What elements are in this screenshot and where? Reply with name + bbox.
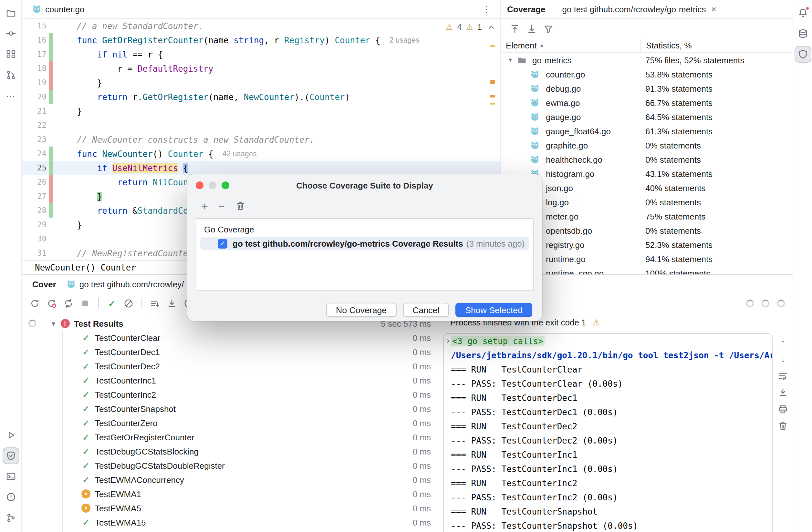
coverage-shield-tool-button[interactable]: [795, 46, 810, 62]
project-folder-tool-button[interactable]: [3, 5, 18, 21]
delete-suite-trash-icon[interactable]: [235, 201, 245, 211]
tab-options-kebab-icon[interactable]: ⋮: [478, 4, 495, 14]
code-line-24[interactable]: 24func NewCounter() Counter {42 usages: [22, 147, 500, 161]
test-row[interactable]: ✓TestCounterInc20 ms: [22, 387, 439, 402]
scrollbar-mark[interactable]: [490, 95, 495, 98]
code-line-18[interactable]: 18 r = DefaultRegistry: [22, 61, 500, 76]
arrow-up-icon[interactable]: ↑: [778, 337, 788, 348]
database-tool-button[interactable]: [795, 26, 810, 41]
coverage-file-row[interactable]: gauge.go64.5% statements: [501, 110, 793, 124]
coverage-file-row[interactable]: opentsdb.go0% statements: [501, 223, 793, 238]
element-column-header[interactable]: Element ▲: [501, 39, 640, 52]
test-row[interactable]: ×TestEWMA10 ms: [22, 487, 439, 501]
console-output[interactable]: ›<3 go setup calls>/Users/jetbrains/sdk/…: [443, 333, 773, 532]
coverage-file-row[interactable]: registry.go52.3% statements: [501, 238, 793, 252]
zoom-window-button[interactable]: [221, 181, 229, 189]
pull-requests-tool-button[interactable]: [3, 67, 18, 83]
code-line-17[interactable]: 17 if nil == r {: [22, 47, 500, 61]
suite-checkbox[interactable]: ✓: [218, 239, 227, 248]
usages-hint[interactable]: 2 usages: [389, 36, 419, 44]
test-row[interactable]: ✓TestCounterDec10 ms: [22, 345, 439, 359]
prev-problem-chevron-icon[interactable]: [487, 22, 497, 32]
navigate-icon[interactable]: [166, 298, 177, 309]
cancel-button[interactable]: Cancel: [403, 303, 449, 317]
chevron-down-icon[interactable]: ▾: [52, 320, 55, 327]
code-line-21[interactable]: 21}: [22, 104, 500, 118]
statistics-column-header[interactable]: Statistics, %: [640, 39, 793, 52]
test-row[interactable]: ✓TestDebugGCStatsBlocking0 ms: [22, 444, 439, 458]
coverage-file-row[interactable]: counter.go53.8% statements: [501, 67, 793, 82]
test-row[interactable]: ✓TestDebugGCStatsDoubleRegister0 ms: [22, 458, 439, 473]
test-row[interactable]: ✓TestCounterClear0 ms: [22, 330, 439, 345]
commit-tool-button[interactable]: [3, 26, 18, 41]
coverage-file-row[interactable]: ewma.go66.7% statements: [501, 95, 793, 110]
test-row[interactable]: ✓TestEWMAConcurrency0 ms: [22, 473, 439, 487]
fold-prompt-icon[interactable]: ›: [446, 336, 450, 345]
coverage-file-row[interactable]: healthcheck.go0% statements: [501, 152, 793, 166]
code-line-20[interactable]: 20 return r.GetOrRegister(name, NewCount…: [22, 90, 500, 104]
arrow-down-icon[interactable]: ↓: [778, 354, 788, 364]
scroll-end-icon[interactable]: [778, 387, 788, 398]
coverage-file-row[interactable]: runtime.go94.1% statements: [501, 252, 793, 266]
scrollbar-mark[interactable]: [490, 80, 495, 84]
structure-tool-button[interactable]: [3, 46, 18, 62]
scrollbar-mark[interactable]: [490, 45, 495, 47]
ignored-icon[interactable]: [124, 298, 134, 309]
run-coverage-tool-button[interactable]: [3, 448, 18, 463]
terminal-tool-button[interactable]: [3, 469, 18, 484]
code-line-19[interactable]: 19 }: [22, 76, 500, 90]
rerun-failed-icon[interactable]: [46, 298, 57, 309]
test-row[interactable]: ✓TestCounterInc10 ms: [22, 373, 439, 387]
trash-icon[interactable]: [778, 421, 788, 431]
rerun-icon[interactable]: [30, 298, 40, 309]
coverage-file-row[interactable]: runtime_cgo.go100% statements: [501, 266, 793, 275]
filter-icon[interactable]: [543, 24, 554, 34]
coverage-file-row[interactable]: debug.go91.3% statements: [501, 82, 793, 95]
problems-tool-button[interactable]: [3, 489, 18, 505]
notifications-tool-button[interactable]: [795, 5, 810, 21]
passed-icon[interactable]: ✓: [106, 298, 117, 309]
close-icon[interactable]: ×: [711, 4, 716, 14]
code-line-16[interactable]: 16func GetOrRegisterCounter(name string,…: [22, 33, 500, 47]
code-line-25[interactable]: 25 if UseNilMetrics {: [22, 161, 500, 175]
test-row[interactable]: ✓TestCounterSnapshot0 ms: [22, 402, 439, 416]
code-line-23[interactable]: 23// NewCounter constructs a new Standar…: [22, 132, 500, 147]
coverage-file-row[interactable]: histogram.go43.1% statements: [501, 166, 793, 181]
coverage-file-row[interactable]: graphite.go0% statements: [501, 138, 793, 152]
remove-suite-button[interactable]: −: [218, 201, 225, 211]
test-row[interactable]: ✓TestCounterDec20 ms: [22, 359, 439, 373]
scrollbar-mark[interactable]: [490, 103, 495, 105]
print-icon[interactable]: [778, 404, 788, 414]
coverage-file-row[interactable]: gauge_float64.go61.3% statements: [501, 124, 793, 138]
code-line-22[interactable]: 22: [22, 118, 500, 132]
chevron-down-icon[interactable]: ▾: [506, 57, 515, 63]
coverage-file-row[interactable]: json.go40% statements: [501, 181, 793, 195]
test-row[interactable]: ✓TestGetOrRegisterCounter0 ms: [22, 430, 439, 444]
coverage-root-row[interactable]: ▾ go-metrics 75% files, 52% statements: [501, 53, 793, 67]
more-tool-button[interactable]: ⋯: [3, 88, 18, 103]
test-row[interactable]: ✓TestEWMA150 ms: [22, 515, 439, 529]
no-coverage-button[interactable]: No Coverage: [326, 303, 396, 317]
show-selected-button[interactable]: Show Selected: [455, 303, 532, 317]
coverage-file-row[interactable]: meter.go75% statements: [501, 209, 793, 223]
coverage-file-row[interactable]: log.go0% statements: [501, 195, 793, 209]
run-config-tab[interactable]: go test github.com/rcrowley/: [67, 279, 184, 289]
expand-up-icon[interactable]: [510, 24, 520, 34]
coverage-suite-row[interactable]: ✓ go test github.com/rcrowley/go-metrics…: [200, 237, 529, 250]
toggle-auto-test-icon[interactable]: [63, 298, 74, 309]
close-window-button[interactable]: [196, 181, 203, 189]
sort-icon[interactable]: [150, 298, 160, 309]
expand-down-icon[interactable]: [526, 24, 537, 34]
code-line-15[interactable]: 15// a new StandardCounter.: [22, 19, 500, 33]
version-control-tool-button[interactable]: [3, 510, 18, 526]
test-row[interactable]: ✓TestCounterZero0 ms: [22, 416, 439, 430]
test-row[interactable]: ×TestEWMA50 ms: [22, 501, 439, 515]
editor-tab-counter-go[interactable]: counter.go: [27, 0, 89, 18]
soft-wrap-icon[interactable]: [778, 371, 788, 381]
coverage-suite-tab[interactable]: go test github.com/rcrowley/go-metrics ×: [562, 4, 716, 14]
run-tool-button[interactable]: [3, 427, 18, 443]
stop-icon[interactable]: [80, 298, 90, 309]
inspections-widget[interactable]: ⚠ 4 ⚠ 1: [443, 21, 500, 33]
usages-hint[interactable]: 42 usages: [222, 150, 257, 158]
add-suite-button[interactable]: +: [202, 201, 208, 211]
